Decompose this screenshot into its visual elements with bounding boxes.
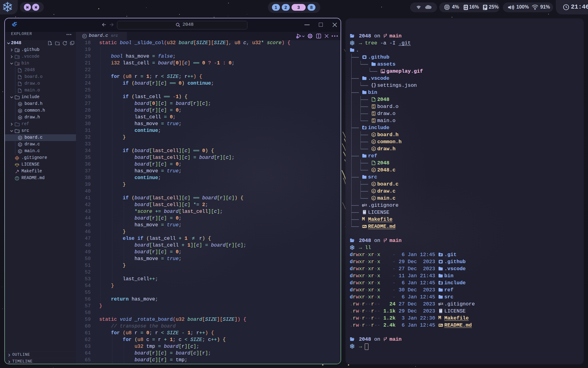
svg-text:C: C [372,169,375,172]
svg-text:10: 10 [372,106,375,109]
svg-text:10: 10 [372,121,375,123]
svg-text:C: C [372,148,375,151]
svg-text:C: C [372,197,375,200]
svg-text:10: 10 [372,113,375,116]
svg-text:C: C [372,140,375,144]
svg-text:C: C [372,133,375,136]
svg-text:C: C [372,183,375,186]
svg-text:C: C [372,190,375,193]
